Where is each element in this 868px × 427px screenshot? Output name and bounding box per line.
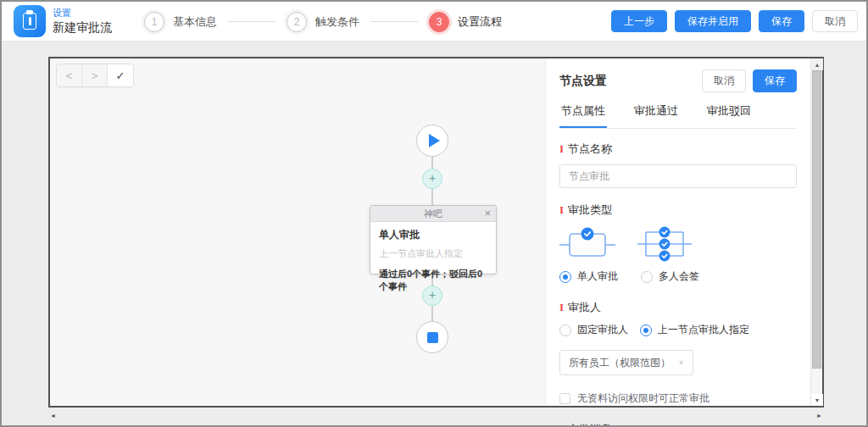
step-number: 2 (287, 12, 307, 32)
tab-approval-rejected[interactable]: 审批驳回 (705, 103, 753, 128)
required-marker: I (559, 203, 564, 217)
radio-label: 多人会签 (659, 269, 699, 284)
required-marker: I (559, 423, 564, 427)
radio-multi-countersign[interactable] (641, 271, 653, 283)
scroll-up-icon[interactable]: ▲ (811, 58, 823, 70)
stop-icon (427, 332, 438, 343)
vertical-scrollbar[interactable]: ▲ ▼ (810, 58, 822, 406)
approver-label: I 审批人 (559, 300, 797, 315)
step-number: 3 (429, 12, 449, 32)
approval-message-label: I 审批消息 (559, 422, 797, 427)
step-basic-info[interactable]: 1 基本信息 (144, 12, 217, 32)
approval-type-label: I 审批类型 (559, 202, 797, 218)
start-node (416, 125, 448, 157)
checkbox-label: 无资料访问权限时可正常审批 (577, 391, 709, 406)
approval-node-card[interactable]: 神吧 × 单人审批 上一节点审批人指定 通过后0个事件；驳回后0个事件 (370, 205, 497, 274)
scroll-left-icon[interactable]: ◄ (50, 413, 56, 419)
breadcrumb: 设置 (53, 8, 112, 19)
tab-approval-passed[interactable]: 审批通过 (632, 103, 680, 128)
brand: 设置 新建审批流 (14, 5, 112, 37)
step-label: 基本信息 (173, 14, 217, 30)
step-label: 触发条件 (315, 14, 359, 30)
node-name-label: I 节点名称 (559, 141, 797, 157)
step-trigger-conditions[interactable]: 2 触发条件 (287, 12, 359, 32)
radio-label: 上一节点审批人指定 (658, 323, 749, 337)
node-card-type: 单人审批 (379, 228, 487, 242)
cancel-button[interactable]: 取消 (812, 10, 858, 32)
required-marker: I (559, 142, 564, 156)
main-area: < > ✓ + 神吧 × 单人审批 上一节点审批人指定 (2, 42, 866, 425)
end-node (416, 321, 448, 353)
panel-tabs: 节点属性 审批通过 审批驳回 (559, 103, 797, 129)
flow-canvas[interactable]: < > ✓ + 神吧 × 单人审批 上一节点审批人指定 (50, 58, 545, 406)
scroll-right-icon[interactable]: ► (816, 413, 822, 419)
step-set-process[interactable]: 3 设置流程 (429, 12, 502, 32)
add-node-button-bottom[interactable]: + (422, 286, 442, 306)
radio-label: 单人审批 (577, 269, 618, 284)
undo-button[interactable]: < (57, 64, 82, 86)
node-name-input[interactable] (559, 164, 797, 188)
header-bar: 设置 新建审批流 1 基本信息 2 触发条件 3 设置流程 上一步 保存并启用 … (2, 2, 866, 42)
canvas-toolbar: < > ✓ (56, 64, 134, 87)
node-card-title: 神吧 (424, 208, 442, 220)
no-access-checkbox-row[interactable]: 无资料访问权限时可正常审批 (559, 391, 797, 406)
approval-flow-editor-window: 设置 新建审批流 1 基本信息 2 触发条件 3 设置流程 上一步 保存并启用 … (0, 0, 868, 427)
radio-single-approval[interactable] (559, 271, 571, 283)
node-card-approver: 上一节点审批人指定 (379, 247, 487, 260)
vertical-scrollbar-thumb[interactable] (812, 70, 821, 369)
redo-button[interactable]: > (82, 64, 108, 86)
step-number: 1 (144, 12, 164, 32)
required-marker: I (559, 301, 564, 314)
clipboard-icon (14, 5, 46, 37)
add-node-button-top[interactable]: + (422, 169, 442, 189)
stepper: 1 基本信息 2 触发条件 3 设置流程 (144, 2, 502, 42)
step-connector (228, 21, 275, 22)
panel-save-button[interactable]: 保存 (753, 69, 797, 92)
play-icon (429, 134, 440, 147)
scroll-down-icon[interactable]: ▼ (811, 394, 823, 406)
radio-previous-node-approver[interactable] (640, 324, 652, 336)
no-access-checkbox[interactable] (559, 393, 570, 404)
page-title: 新建审批流 (53, 20, 112, 36)
radio-fixed-approver[interactable] (559, 324, 571, 336)
step-connector (370, 21, 418, 22)
horizontal-scrollbar[interactable]: ◄ ► (48, 411, 824, 421)
panel-title: 节点设置 (559, 74, 702, 89)
save-button[interactable]: 保存 (759, 10, 804, 32)
flow-editor-container: < > ✓ + 神吧 × 单人审批 上一节点审批人指定 (48, 57, 824, 408)
chevron-down-icon: ∨ (678, 359, 684, 366)
close-icon[interactable]: × (484, 207, 491, 219)
confirm-layout-button[interactable]: ✓ (108, 64, 133, 86)
node-settings-panel: 节点设置 取消 保存 节点属性 审批通过 审批驳回 I 节 (545, 58, 822, 406)
radio-label: 固定审批人 (577, 323, 628, 337)
panel-cancel-button[interactable]: 取消 (702, 69, 746, 92)
tab-node-properties[interactable]: 节点属性 (559, 103, 607, 128)
previous-step-button[interactable]: 上一步 (611, 10, 667, 32)
save-and-enable-button[interactable]: 保存并启用 (675, 10, 751, 32)
step-label: 设置流程 (458, 14, 502, 30)
single-approver-icon[interactable] (559, 226, 615, 258)
multi-approver-icon[interactable] (637, 226, 692, 262)
scope-select-value: 所有员工（权限范围） (569, 356, 678, 370)
scope-select[interactable]: 所有员工（权限范围） ∨ (559, 350, 693, 375)
